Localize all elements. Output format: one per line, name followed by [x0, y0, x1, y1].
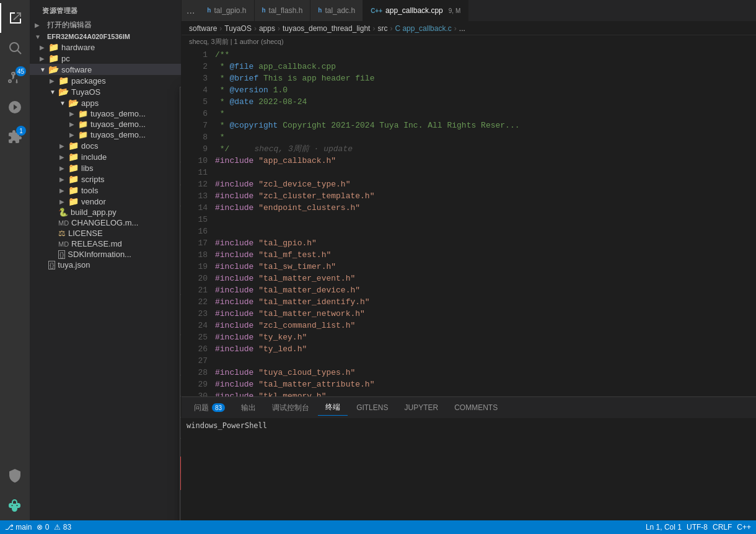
md-file-icon: MD	[58, 219, 69, 227]
panel-tab-debug[interactable]: 调试控制台	[265, 400, 317, 416]
activity-source-control[interactable]: 45	[0, 63, 30, 92]
menu-cut[interactable]: 剪切 Ctrl+X	[180, 209, 182, 226]
terminal-text: windows_PowerShell	[187, 421, 751, 430]
menu-git-history[interactable]: Git: View File History Alt+H	[180, 420, 182, 436]
menu-clean-project[interactable]: Build Project	[180, 473, 182, 490]
tree-license[interactable]: ⚖ LICENSE	[30, 228, 181, 239]
tree-software[interactable]: ▼ 📂 software	[30, 64, 181, 75]
tab-lang-icon: h	[262, 7, 266, 14]
project-root[interactable]: ▼ EFR32MG24A020F1536IM	[30, 32, 181, 42]
menu-find-in-folder[interactable]: 在文件夹中查找.. Shift+Alt+F	[180, 165, 182, 182]
warnings-count[interactable]: ⚠ 83	[54, 523, 71, 532]
menu-open-folder-history[interactable]: Open Folder History	[180, 188, 182, 203]
demo2-label: tuyaos_demo...	[90, 120, 146, 129]
menu-generate-editorconfig[interactable]: Generate .editorconfig	[180, 399, 182, 414]
panel-tab-gitlens[interactable]: GITLENS	[349, 401, 395, 414]
activity-extensions[interactable]: 1	[0, 122, 30, 152]
menu-copy-path[interactable]: 复制路径 Shift+Alt+C	[180, 297, 182, 315]
libs-label: libs	[81, 164, 94, 173]
panel-tab-comments[interactable]: COMMENTS	[447, 401, 505, 414]
activity-remote[interactable]	[0, 461, 30, 491]
tab-flash[interactable]: h tal_flash.h	[255, 0, 311, 21]
sep-icon: ›	[372, 24, 375, 33]
menu-rename[interactable]: 重命名 F2	[180, 338, 182, 355]
menu-copy-github-head[interactable]: Copy GitHub Head Link	[180, 259, 182, 274]
open-editors-section[interactable]: ▶ 打开的编辑器	[30, 19, 181, 32]
sep-icon: ›	[278, 24, 280, 33]
encoding[interactable]: UTF-8	[687, 523, 708, 532]
tree-sdkinfo[interactable]: {} SDKInformation...	[30, 249, 181, 260]
tree-packages[interactable]: ▶ 📁 packages	[30, 75, 181, 86]
tab-overflow[interactable]: ...	[182, 0, 200, 21]
menu-show-in-explorer[interactable]: 在文件资源管理器中显示 Shift+Alt+R	[180, 125, 182, 142]
tree-apps[interactable]: ▼ 📂 apps	[30, 97, 181, 108]
tab-gpio[interactable]: h tal_gpio.h	[200, 0, 254, 21]
tab-lang-icon: h	[318, 7, 322, 14]
breadcrumb-text: software	[189, 24, 217, 33]
include-label: include	[81, 152, 107, 162]
tree-tuya-json[interactable]: {} tuya.json	[30, 260, 181, 270]
activity-run[interactable]	[0, 92, 30, 122]
tree-build-app[interactable]: 🐍 build_app.py	[30, 207, 181, 217]
bottom-panel: 问题 83 输出 调试控制台 终端 GITLENS	[182, 396, 756, 520]
git-branch[interactable]: ⎇ main	[5, 523, 32, 532]
breadcrumb-text: ...	[459, 24, 465, 33]
release-label: RELEASE.md	[71, 239, 122, 248]
menu-copy-github-permalink[interactable]: Copy GitHub Permalink	[180, 243, 182, 259]
open-editors-label: 打开的编辑器	[47, 20, 92, 30]
menu-select-folder[interactable]: Select folder from context menu	[180, 378, 182, 393]
menu-delete[interactable]: 删除 Delete	[180, 355, 182, 372]
folder-open-icon: 📂	[48, 64, 59, 74]
tree-demo2[interactable]: ▶ 📁 tuyaos_demo...	[30, 119, 181, 129]
language-mode[interactable]: C++	[737, 523, 751, 532]
cursor-position[interactable]: Ln 1, Col 1	[646, 523, 682, 532]
line-ending[interactable]: CRLF	[713, 523, 732, 532]
panel-tab-problems[interactable]: 问题 83	[187, 400, 232, 416]
code-editor[interactable]: 12345 678910 1112131415 1617181920 21222…	[182, 48, 756, 396]
tab-adc[interactable]: h tal_adc.h	[310, 0, 363, 21]
tree-changelog[interactable]: MD CHANGELOG.m...	[30, 217, 181, 228]
menu-config-project[interactable]: Config Project	[180, 506, 182, 520]
tree-demo3[interactable]: ▶ 📁 tuyaos_demo...	[30, 129, 181, 140]
panel-tab-terminal[interactable]: 终端	[318, 400, 348, 416]
scripts-label: scripts	[81, 175, 105, 184]
activity-search[interactable]	[0, 33, 30, 63]
menu-open-terminal[interactable]: 在集成终端中打开	[180, 142, 182, 159]
vendor-label: vendor	[81, 197, 106, 206]
tree-vendor[interactable]: ▶ 📁 vendor	[30, 196, 181, 207]
folder-open-icon: 📂	[58, 87, 69, 97]
menu-copy-relative-path[interactable]: 复制相对路径 Ctrl+K Ctrl+Shift+C	[180, 315, 182, 332]
sidebar-title: 资源管理器	[30, 0, 181, 19]
panel-content: windows_PowerShell	[182, 419, 756, 520]
status-right: Ln 1, Col 1 UTF-8 CRLF C++	[646, 523, 751, 532]
tree-demo1[interactable]: ▶ 📁 tuyaos_demo...	[30, 108, 181, 119]
menu-pre-config-project[interactable]: Pre Config Project	[180, 490, 182, 506]
tree-docs[interactable]: ▶ 📁 docs	[30, 140, 181, 151]
packages-label: packages	[71, 76, 106, 85]
tree-release[interactable]: MD RELEASE.md	[30, 239, 181, 249]
tree-libs[interactable]: ▶ 📁 libs	[30, 162, 181, 173]
menu-new-file[interactable]: 新建文件	[180, 90, 182, 107]
project-name: EFR32MG24A020F1536IM	[47, 33, 130, 40]
panel-tab-jupyter[interactable]: JUPYTER	[397, 401, 446, 414]
menu-copy[interactable]: 复制 Ctrl+C	[180, 226, 182, 243]
docs-label: docs	[81, 141, 98, 151]
panel-tab-output[interactable]: 输出	[234, 400, 263, 416]
menu-create-project[interactable]: Create Project	[180, 441, 182, 457]
separator	[180, 185, 182, 185]
menu-build-project[interactable]: Create Project	[180, 457, 182, 473]
tree-hardware[interactable]: ▶ 📁 hardware	[30, 42, 181, 53]
sdkinfo-label: SDKInformation...	[68, 250, 131, 259]
tree-tools[interactable]: ▶ 📁 tools	[30, 185, 181, 196]
tab-label: 调试控制台	[272, 403, 309, 413]
tab-callback[interactable]: C++ app_callback.cpp 9, M	[363, 0, 468, 21]
tree-scripts[interactable]: ▶ 📁 scripts	[30, 173, 181, 185]
tree-pc[interactable]: ▶ 📁 pc	[30, 53, 181, 64]
errors-count[interactable]: ⊗ 0	[37, 523, 49, 532]
activity-explorer[interactable]	[0, 3, 30, 33]
license-icon: ⚖	[58, 229, 66, 238]
activity-python[interactable]	[0, 491, 30, 520]
menu-new-folder[interactable]: 新建文件夹	[180, 107, 182, 125]
tree-tuyaos[interactable]: ▼ 📂 TuyaOS	[30, 86, 181, 97]
tree-include[interactable]: ▶ 📁 include	[30, 151, 181, 162]
